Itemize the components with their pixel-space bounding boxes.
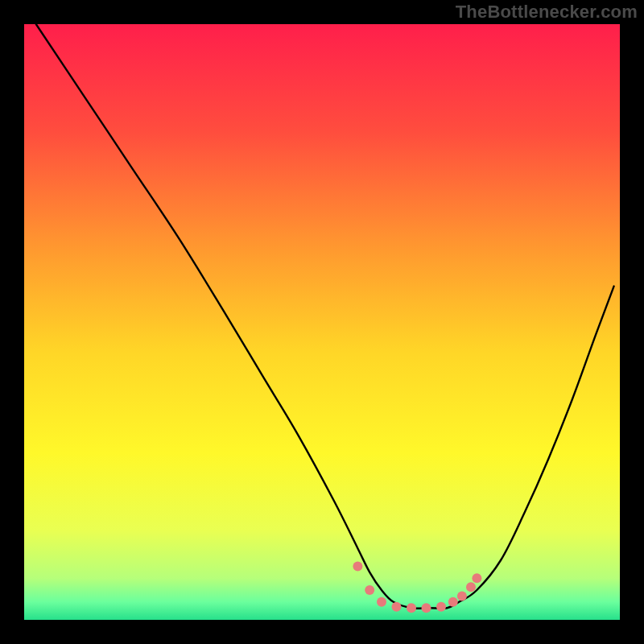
gradient-background: [24, 24, 620, 620]
highlight-dot: [422, 603, 431, 613]
highlight-dot: [353, 561, 362, 571]
watermark-label: TheBottlenecker.com: [456, 2, 638, 23]
highlight-dot: [448, 597, 458, 607]
highlight-dot: [436, 602, 446, 612]
highlight-dot: [407, 603, 416, 613]
chart-stage: TheBottlenecker.com: [0, 0, 644, 644]
highlight-dot: [472, 573, 481, 583]
highlight-dot: [457, 591, 467, 601]
chart-svg: [0, 0, 644, 644]
highlight-dot: [377, 597, 386, 607]
highlight-dot: [365, 585, 374, 595]
highlight-dot: [392, 602, 402, 612]
highlight-dot: [466, 582, 476, 592]
